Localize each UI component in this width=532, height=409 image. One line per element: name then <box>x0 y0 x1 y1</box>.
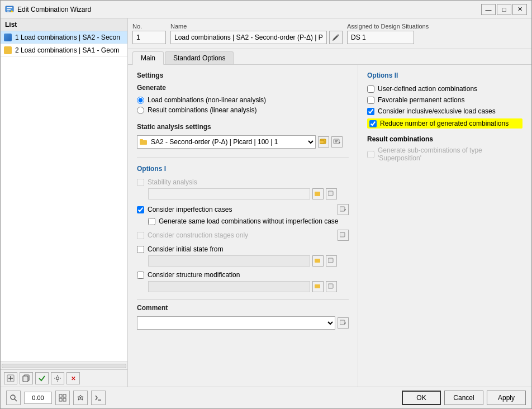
imperfection-checkbox[interactable] <box>137 206 144 213</box>
add-icon <box>320 138 327 146</box>
result-combo-option[interactable]: Result combinations (linear analysis) <box>137 106 349 114</box>
comment-label: Comment <box>137 304 349 312</box>
structure-mod-edit-btn[interactable] <box>326 281 337 292</box>
static-analysis-edit-btn[interactable] <box>331 136 343 148</box>
initial-state-add-btn[interactable] <box>312 255 324 267</box>
cancel-button[interactable]: Cancel <box>444 391 483 405</box>
list-item-text: 2 Load combinations | SA1 - Geom <box>15 46 120 54</box>
settings-left: Settings Generate Load combinations (non… <box>128 65 358 387</box>
add-button[interactable] <box>4 372 17 384</box>
construction-edit-btn[interactable] <box>338 230 349 241</box>
ds-label: Assigned to Design Situations <box>347 23 527 30</box>
check-button[interactable] <box>35 372 49 384</box>
result-combinations-title: Result combinations <box>367 135 522 143</box>
static-analysis-title: Static analysis settings <box>137 123 349 131</box>
edit-icon <box>333 138 341 146</box>
tab-standard-options[interactable]: Standard Options <box>165 51 234 64</box>
structure-mod-checkbox[interactable] <box>137 272 144 279</box>
grid-bottom-btn[interactable] <box>55 391 70 405</box>
inclusive-exclusive-checkbox[interactable] <box>367 108 374 115</box>
svg-line-30 <box>15 399 17 401</box>
static-analysis-dropdown[interactable]: SA2 - Second-order (P-Δ) | Picard | 100 … <box>137 135 316 149</box>
svg-rect-9 <box>23 376 28 382</box>
search-bottom-btn[interactable] <box>6 391 21 405</box>
wizard-icon <box>5 5 14 14</box>
name-edit-button[interactable] <box>329 31 343 44</box>
ds-input[interactable] <box>347 31 414 44</box>
imperfection-sub-checkbox[interactable] <box>148 218 155 225</box>
left-toolbar: ✕ <box>1 369 127 387</box>
svg-point-36 <box>80 397 82 399</box>
title-bar: Edit Combination Wizard — □ ✕ <box>1 1 531 18</box>
copy-icon <box>22 374 30 382</box>
left-scrollbar[interactable] <box>1 362 127 369</box>
inclusive-exclusive-option: Consider inclusive/exclusive load cases <box>367 107 522 115</box>
favorable-checkbox[interactable] <box>367 97 374 104</box>
delete-button[interactable]: ✕ <box>66 372 80 384</box>
maximize-button[interactable]: □ <box>497 4 511 15</box>
comment-dropdown[interactable] <box>137 316 335 330</box>
no-label: No. <box>132 23 166 30</box>
static-analysis-add-btn[interactable] <box>318 136 329 148</box>
construction-checkbox[interactable] <box>137 232 144 239</box>
yellow-icon <box>4 46 12 54</box>
bottom-toolbar: OK Cancel Apply <box>1 387 531 408</box>
svg-rect-2 <box>7 9 11 10</box>
structure-mod-add-btn[interactable] <box>312 281 324 292</box>
stability-edit-btn[interactable] <box>326 188 337 199</box>
svg-rect-33 <box>59 398 62 401</box>
reduce-combinations-label: Reduce number of generated combinations <box>380 120 509 127</box>
script-bottom-btn[interactable] <box>91 391 106 405</box>
generate-sub-checkbox[interactable] <box>367 151 374 158</box>
apply-button[interactable]: Apply <box>487 391 526 405</box>
list-item[interactable]: 1 Load combinations | SA2 - Secon <box>1 31 127 44</box>
stability-option-group: Stability analysis <box>137 178 349 199</box>
svg-rect-17 <box>334 139 339 144</box>
no-input[interactable] <box>132 31 166 44</box>
initial-state-edit-btn[interactable] <box>326 255 337 267</box>
reduce-combinations-checkbox[interactable] <box>369 120 377 127</box>
settings-title: Settings <box>137 72 349 79</box>
settings-bottom-btn[interactable] <box>73 391 88 405</box>
value-input[interactable] <box>24 392 52 404</box>
close-button[interactable]: ✕ <box>512 4 527 15</box>
imperfection-check-row: Consider imperfection cases <box>137 204 349 215</box>
initial-state-checkbox[interactable] <box>137 246 144 253</box>
svg-rect-28 <box>340 320 345 325</box>
imperfection-edit-btn[interactable] <box>338 204 349 215</box>
settings-area: Settings Generate Load combinations (non… <box>128 65 531 387</box>
list-item[interactable]: 2 Load combinations | SA1 - Geom <box>1 44 127 57</box>
generate-sub-label: Generate sub-combinations of type 'Super… <box>378 146 522 162</box>
pencil-icon <box>332 34 340 41</box>
svg-point-10 <box>56 377 59 380</box>
svg-rect-31 <box>59 394 62 397</box>
window-title: Edit Combination Wizard <box>17 6 91 13</box>
svg-rect-23 <box>340 232 345 237</box>
load-combo-option[interactable]: Load combinations (non-linear analysis) <box>137 96 349 104</box>
stability-add-btn[interactable] <box>312 188 324 199</box>
tab-main[interactable]: Main <box>132 51 164 65</box>
name-field-group: Name <box>170 23 343 44</box>
settings-bottom-icon <box>77 394 84 402</box>
name-row <box>170 31 343 44</box>
ok-button[interactable]: OK <box>402 391 441 405</box>
settings-small-button[interactable] <box>51 372 64 384</box>
stability-checkbox[interactable] <box>137 179 144 186</box>
tabs-row: Main Standard Options <box>128 49 531 65</box>
result-combo-radio[interactable] <box>137 107 144 114</box>
copy-button[interactable] <box>20 372 33 384</box>
name-input[interactable] <box>170 31 327 44</box>
minimize-button[interactable]: — <box>481 4 496 15</box>
initial-state-bar <box>148 255 310 267</box>
construction-option-group: Consider construction stages only <box>137 230 349 241</box>
load-combo-radio[interactable] <box>137 97 144 104</box>
user-defined-option: User-defined action combinations <box>367 85 522 93</box>
generate-sub-option: Generate sub-combinations of type 'Super… <box>367 146 522 162</box>
svg-rect-22 <box>340 207 345 211</box>
user-defined-label: User-defined action combinations <box>378 85 477 93</box>
ds-field-group: Assigned to Design Situations <box>347 23 527 44</box>
edit-combination-wizard-window: Edit Combination Wizard — □ ✕ List 1 Loa… <box>0 0 532 409</box>
comment-edit-btn[interactable] <box>338 317 349 329</box>
svg-rect-34 <box>63 398 66 401</box>
user-defined-checkbox[interactable] <box>367 85 374 93</box>
